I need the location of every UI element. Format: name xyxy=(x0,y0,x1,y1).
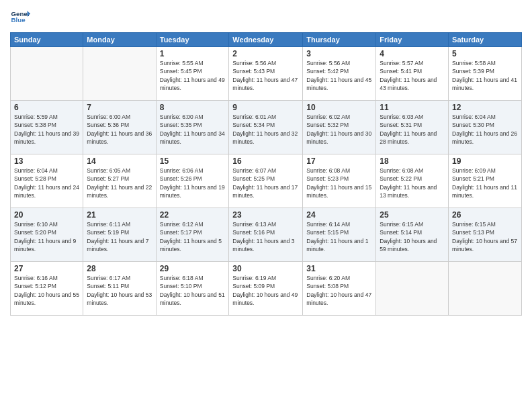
day-number: 26 xyxy=(452,210,518,220)
day-info: Sunrise: 5:56 AMSunset: 5:42 PMDaylight:… xyxy=(306,59,372,92)
day-info: Sunrise: 6:00 AMSunset: 5:35 PMDaylight:… xyxy=(160,113,226,146)
day-number: 28 xyxy=(87,264,152,273)
calendar-cell: 10Sunrise: 6:02 AMSunset: 5:32 PMDayligh… xyxy=(303,101,376,154)
weekday-header-saturday: Saturday xyxy=(449,33,522,47)
calendar-cell: 11Sunrise: 6:03 AMSunset: 5:31 PMDayligh… xyxy=(376,101,449,154)
day-info: Sunrise: 6:20 AMSunset: 5:08 PMDaylight:… xyxy=(306,274,372,307)
day-info: Sunrise: 6:09 AMSunset: 5:21 PMDaylight:… xyxy=(452,167,518,199)
day-number: 25 xyxy=(380,210,445,220)
calendar-cell: 18Sunrise: 6:08 AMSunset: 5:22 PMDayligh… xyxy=(376,154,449,208)
day-info: Sunrise: 6:15 AMSunset: 5:13 PMDaylight:… xyxy=(452,220,518,253)
day-number: 2 xyxy=(232,49,299,58)
svg-text:Blue: Blue xyxy=(11,16,26,24)
day-info: Sunrise: 6:13 AMSunset: 5:16 PMDaylight:… xyxy=(232,220,299,253)
day-number: 11 xyxy=(380,103,445,112)
calendar-cell: 15Sunrise: 6:06 AMSunset: 5:26 PMDayligh… xyxy=(156,154,229,208)
weekday-header-thursday: Thursday xyxy=(303,33,376,47)
day-number: 24 xyxy=(306,210,372,220)
calendar-cell: 3Sunrise: 5:56 AMSunset: 5:42 PMDaylight… xyxy=(303,47,376,101)
day-number: 18 xyxy=(380,156,445,166)
weekday-header-wednesday: Wednesday xyxy=(229,33,303,47)
calendar-cell: 26Sunrise: 6:15 AMSunset: 5:13 PMDayligh… xyxy=(449,208,522,262)
calendar-cell: 6Sunrise: 5:59 AMSunset: 5:38 PMDaylight… xyxy=(11,101,83,154)
day-number: 23 xyxy=(232,210,299,220)
weekday-header-monday: Monday xyxy=(83,33,156,47)
day-info: Sunrise: 5:55 AMSunset: 5:45 PMDaylight:… xyxy=(160,59,226,92)
calendar-cell: 7Sunrise: 6:00 AMSunset: 5:36 PMDaylight… xyxy=(83,101,156,154)
week-row-4: 20Sunrise: 6:10 AMSunset: 5:20 PMDayligh… xyxy=(11,208,522,262)
calendar-cell: 22Sunrise: 6:12 AMSunset: 5:17 PMDayligh… xyxy=(156,208,229,262)
day-info: Sunrise: 6:06 AMSunset: 5:26 PMDaylight:… xyxy=(160,167,226,199)
day-number: 22 xyxy=(160,210,226,220)
day-number: 12 xyxy=(452,103,518,112)
day-info: Sunrise: 6:04 AMSunset: 5:30 PMDaylight:… xyxy=(452,113,518,146)
calendar-cell: 2Sunrise: 5:56 AMSunset: 5:43 PMDaylight… xyxy=(229,47,303,101)
day-number: 15 xyxy=(160,156,226,166)
calendar-cell: 13Sunrise: 6:04 AMSunset: 5:28 PMDayligh… xyxy=(11,154,83,208)
week-row-2: 6Sunrise: 5:59 AMSunset: 5:38 PMDaylight… xyxy=(11,101,522,154)
day-info: Sunrise: 5:56 AMSunset: 5:43 PMDaylight:… xyxy=(232,59,299,92)
day-number: 16 xyxy=(232,156,299,166)
calendar: SundayMondayTuesdayWednesdayThursdayFrid… xyxy=(10,32,522,316)
day-number: 7 xyxy=(87,103,152,112)
day-number: 27 xyxy=(14,264,79,273)
calendar-cell: 23Sunrise: 6:13 AMSunset: 5:16 PMDayligh… xyxy=(229,208,303,262)
day-number: 21 xyxy=(87,210,152,220)
logo-icon: General Blue xyxy=(10,7,30,27)
day-info: Sunrise: 6:10 AMSunset: 5:20 PMDaylight:… xyxy=(14,220,79,253)
day-number: 1 xyxy=(160,49,226,58)
day-info: Sunrise: 6:01 AMSunset: 5:34 PMDaylight:… xyxy=(232,113,299,146)
day-info: Sunrise: 6:00 AMSunset: 5:36 PMDaylight:… xyxy=(87,113,152,146)
calendar-cell: 20Sunrise: 6:10 AMSunset: 5:20 PMDayligh… xyxy=(11,208,83,262)
calendar-cell: 28Sunrise: 6:17 AMSunset: 5:11 PMDayligh… xyxy=(83,262,156,316)
day-info: Sunrise: 6:08 AMSunset: 5:22 PMDaylight:… xyxy=(380,167,445,199)
day-info: Sunrise: 6:02 AMSunset: 5:32 PMDaylight:… xyxy=(306,113,372,146)
calendar-cell: 14Sunrise: 6:05 AMSunset: 5:27 PMDayligh… xyxy=(83,154,156,208)
day-number: 5 xyxy=(452,49,518,58)
day-info: Sunrise: 5:58 AMSunset: 5:39 PMDaylight:… xyxy=(452,59,518,92)
day-info: Sunrise: 6:08 AMSunset: 5:23 PMDaylight:… xyxy=(306,167,372,199)
calendar-cell xyxy=(83,47,156,101)
week-row-1: 1Sunrise: 5:55 AMSunset: 5:45 PMDaylight… xyxy=(11,47,522,101)
weekday-header-sunday: Sunday xyxy=(11,33,83,47)
day-info: Sunrise: 6:12 AMSunset: 5:17 PMDaylight:… xyxy=(160,220,226,253)
day-number: 3 xyxy=(306,49,372,58)
calendar-cell: 30Sunrise: 6:19 AMSunset: 5:09 PMDayligh… xyxy=(229,262,303,316)
calendar-cell: 29Sunrise: 6:18 AMSunset: 5:10 PMDayligh… xyxy=(156,262,229,316)
weekday-header-friday: Friday xyxy=(376,33,449,47)
day-info: Sunrise: 6:11 AMSunset: 5:19 PMDaylight:… xyxy=(87,220,152,253)
calendar-cell: 19Sunrise: 6:09 AMSunset: 5:21 PMDayligh… xyxy=(449,154,522,208)
day-info: Sunrise: 6:07 AMSunset: 5:25 PMDaylight:… xyxy=(232,167,299,199)
day-info: Sunrise: 6:16 AMSunset: 5:12 PMDaylight:… xyxy=(14,274,79,307)
day-number: 30 xyxy=(232,264,299,273)
calendar-cell: 21Sunrise: 6:11 AMSunset: 5:19 PMDayligh… xyxy=(83,208,156,262)
day-number: 6 xyxy=(14,103,79,112)
day-info: Sunrise: 5:59 AMSunset: 5:38 PMDaylight:… xyxy=(14,113,79,146)
calendar-cell: 17Sunrise: 6:08 AMSunset: 5:23 PMDayligh… xyxy=(303,154,376,208)
day-info: Sunrise: 6:17 AMSunset: 5:11 PMDaylight:… xyxy=(87,274,152,307)
day-number: 31 xyxy=(306,264,372,273)
calendar-cell: 5Sunrise: 5:58 AMSunset: 5:39 PMDaylight… xyxy=(449,47,522,101)
day-number: 14 xyxy=(87,156,152,166)
day-info: Sunrise: 6:15 AMSunset: 5:14 PMDaylight:… xyxy=(380,220,445,253)
day-number: 8 xyxy=(160,103,226,112)
day-info: Sunrise: 6:18 AMSunset: 5:10 PMDaylight:… xyxy=(160,274,226,307)
logo: General Blue xyxy=(10,7,30,27)
calendar-cell: 31Sunrise: 6:20 AMSunset: 5:08 PMDayligh… xyxy=(303,262,376,316)
week-row-3: 13Sunrise: 6:04 AMSunset: 5:28 PMDayligh… xyxy=(11,154,522,208)
day-number: 4 xyxy=(380,49,445,58)
calendar-cell: 1Sunrise: 5:55 AMSunset: 5:45 PMDaylight… xyxy=(156,47,229,101)
weekday-header-row: SundayMondayTuesdayWednesdayThursdayFrid… xyxy=(11,33,522,47)
calendar-cell: 4Sunrise: 5:57 AMSunset: 5:41 PMDaylight… xyxy=(376,47,449,101)
day-number: 9 xyxy=(232,103,299,112)
day-number: 20 xyxy=(14,210,79,220)
page-header: General Blue xyxy=(10,7,522,27)
calendar-cell xyxy=(449,262,522,316)
week-row-5: 27Sunrise: 6:16 AMSunset: 5:12 PMDayligh… xyxy=(11,262,522,316)
calendar-cell: 12Sunrise: 6:04 AMSunset: 5:30 PMDayligh… xyxy=(449,101,522,154)
day-info: Sunrise: 6:14 AMSunset: 5:15 PMDaylight:… xyxy=(306,220,372,253)
calendar-cell xyxy=(376,262,449,316)
day-number: 13 xyxy=(14,156,79,166)
calendar-cell: 8Sunrise: 6:00 AMSunset: 5:35 PMDaylight… xyxy=(156,101,229,154)
calendar-cell xyxy=(11,47,83,101)
